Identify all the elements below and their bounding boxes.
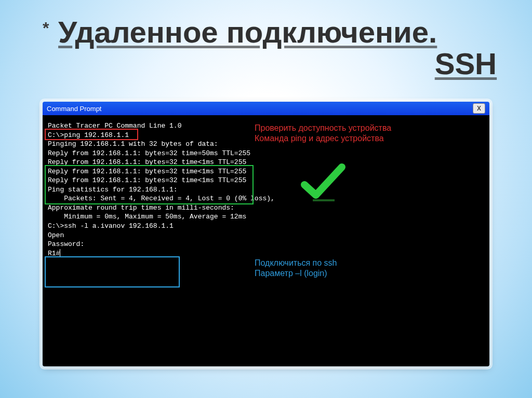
annotation-ssh-2: Параметр –l (login) bbox=[255, 268, 327, 279]
window-close-button[interactable]: X bbox=[473, 103, 485, 114]
annotation-ping-2: Команда ping и адрес устройства bbox=[255, 133, 384, 144]
console-line: Minimum = 0ms, Maximum = 50ms, Average =… bbox=[48, 212, 484, 222]
console-line: Approximate round trip times in milli-se… bbox=[48, 203, 484, 213]
title-line-1: Удаленное подключение. bbox=[58, 17, 437, 48]
annotation-ping-1: Проверить доступность устройства bbox=[255, 122, 391, 134]
highlight-ssh-command bbox=[45, 256, 180, 287]
checkmark-icon bbox=[297, 161, 349, 202]
command-prompt-window: Command Prompt X Packet Tracer PC Comman… bbox=[43, 102, 489, 366]
console-line: C:\>ssh -l a.ivanov 192.168.1.1 bbox=[48, 222, 484, 231]
highlight-ping-replies bbox=[45, 165, 254, 204]
close-icon: X bbox=[477, 105, 481, 112]
console-output: Packet Tracer PC Command Line 1.0 C:\>pi… bbox=[43, 115, 489, 366]
highlight-ping-command bbox=[45, 129, 138, 140]
window-titlebar: Command Prompt X bbox=[43, 102, 489, 115]
annotation-ssh-1: Подключиться по ssh bbox=[255, 257, 337, 269]
console-line: Password: bbox=[48, 240, 484, 249]
slide-title: Удаленное подключение. SSH bbox=[42, 17, 522, 80]
title-line-2: SSH bbox=[42, 48, 522, 80]
cursor-icon bbox=[60, 249, 60, 256]
console-line: Reply from 192.168.1.1: bytes=32 time=50… bbox=[48, 149, 484, 158]
window-title: Command Prompt bbox=[47, 105, 101, 113]
console-line: Open bbox=[48, 231, 484, 240]
